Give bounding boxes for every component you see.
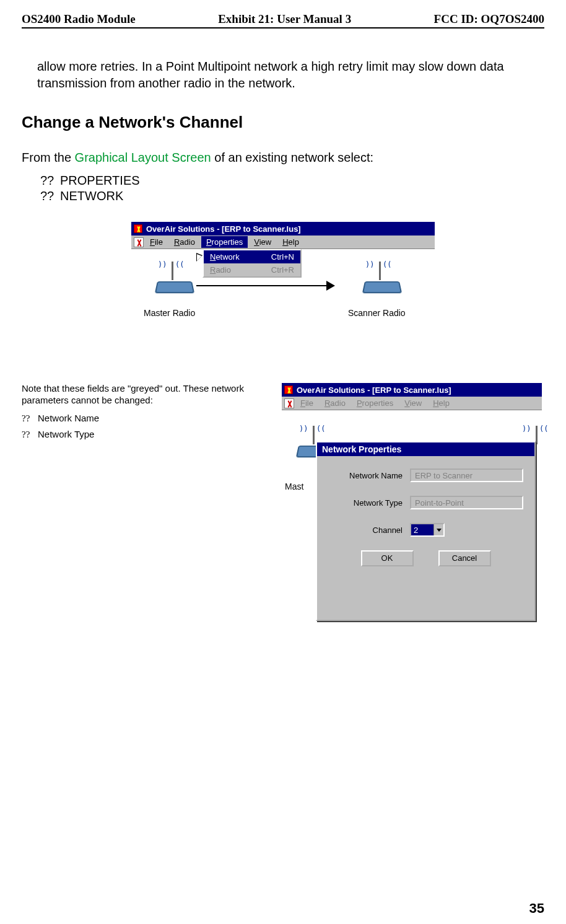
dialog-body: Network Name ERP to Scanner Network Type… <box>317 456 534 573</box>
cancel-button[interactable]: Cancel <box>438 550 491 566</box>
field-row-name: Network Name ERP to Scanner <box>328 469 523 482</box>
instruction-post: of an existing network select: <box>211 151 373 164</box>
antenna-icon <box>379 262 381 280</box>
intro-paragraph: allow more retries. In a Point Multipoin… <box>37 58 544 92</box>
channel-label: Channel <box>328 526 403 535</box>
radio-base-icon <box>155 281 194 293</box>
window-title: OverAir Solutions - [ERP to Scanner.lus] <box>297 385 451 395</box>
ok-button[interactable]: OK <box>361 550 414 566</box>
chevron-down-icon <box>437 529 442 532</box>
network-type-field: Point-to-Point <box>410 496 523 509</box>
graphical-layout-link[interactable]: Graphical Layout Screen <box>75 151 211 164</box>
header-left: OS2400 Radio Module <box>22 12 136 26</box>
dropdown-item-label: Network <box>210 252 240 262</box>
header-center: Exhibit 21: User Manual 3 <box>218 12 351 26</box>
network-name-label: Network Name <box>328 471 403 480</box>
scanner-radio-icon[interactable]: )) (( <box>360 262 404 299</box>
app-icon <box>134 224 142 233</box>
note-column: Note that these fields are "greyed" out.… <box>22 383 269 445</box>
section-heading: Change a Network's Channel <box>22 113 544 132</box>
dialog-button-row: OK Cancel <box>328 550 523 566</box>
menu-view[interactable]: View <box>249 236 276 248</box>
menu-radio[interactable]: Radio <box>169 236 200 248</box>
list-item: ??Network Name <box>22 413 269 424</box>
network-properties-dialog: Network Properties Network Name ERP to S… <box>316 441 536 621</box>
properties-dropdown: Network Ctrl+N Radio Ctrl+R <box>202 249 302 278</box>
radio-waves-icon: (( <box>316 425 325 433</box>
menu-radio: Radio <box>320 397 350 409</box>
radio-waves-icon: (( <box>383 260 391 269</box>
instruction-line: From the Graphical Layout Screen of an e… <box>22 151 544 165</box>
list-item-label: PROPERTIES <box>60 174 140 187</box>
bullet-marker: ?? <box>22 429 38 440</box>
page-header: OS2400 Radio Module Exhibit 21: User Man… <box>22 12 544 29</box>
list-item-label: NETWORK <box>60 189 123 203</box>
field-row-type: Network Type Point-to-Point <box>328 496 523 509</box>
antenna-icon <box>536 426 538 444</box>
dropdown-item-label: Radio <box>210 265 231 275</box>
note-list: ??Network Name ??Network Type <box>22 413 269 440</box>
menu-view: View <box>399 397 427 409</box>
steps-list: ??PROPERTIES ??NETWORK <box>40 174 544 203</box>
bullet-marker: ?? <box>22 413 38 424</box>
menu-bar-disabled: File Radio Properties View Help <box>282 397 542 410</box>
dropdown-button[interactable] <box>433 524 443 535</box>
menu-bar[interactable]: File Radio Properties View Help <box>131 235 435 249</box>
radio-waves-icon: )) <box>522 425 531 433</box>
radio-waves-icon: )) <box>299 425 308 433</box>
arrow-right-icon <box>326 281 335 291</box>
dialog-title: Network Properties <box>317 442 534 456</box>
radio-base-icon <box>362 281 402 293</box>
dropdown-shortcut: Ctrl+R <box>271 265 294 275</box>
antenna-icon <box>313 426 315 444</box>
app-menu-icon[interactable] <box>134 237 144 247</box>
field-row-channel: Channel 2 <box>328 523 523 537</box>
window-titlebar: OverAir Solutions - [ERP to Scanner.lus] <box>131 222 435 235</box>
menu-properties: Properties <box>352 397 398 409</box>
dropdown-shortcut: Ctrl+N <box>271 252 294 262</box>
window-title: OverAir Solutions - [ERP to Scanner.lus] <box>146 224 301 234</box>
app-menu-icon <box>284 398 294 408</box>
menu-help: Help <box>428 397 455 409</box>
app-icon <box>284 385 293 394</box>
instruction-pre: From the <box>22 151 75 164</box>
master-radio-icon[interactable]: )) (( <box>153 262 196 299</box>
list-item-label: Network Type <box>38 429 94 439</box>
menu-file: File <box>295 397 318 409</box>
radio-waves-icon: )) <box>365 260 374 269</box>
scanner-radio-label: Scanner Radio <box>348 308 406 318</box>
bullet-marker: ?? <box>40 189 60 203</box>
list-item: ??Network Type <box>22 429 269 440</box>
list-item: ??PROPERTIES <box>40 174 544 188</box>
page-number: 35 <box>529 900 544 917</box>
network-type-label: Network Type <box>328 498 403 508</box>
channel-combobox[interactable]: 2 <box>410 523 445 537</box>
connection-line <box>196 285 326 286</box>
note-text: Note that these fields are "greyed" out.… <box>22 383 269 407</box>
list-item-label: Network Name <box>38 413 99 423</box>
screenshot-1: OverAir Solutions - [ERP to Scanner.lus]… <box>22 222 544 346</box>
cursor-icon <box>196 253 202 262</box>
menu-properties[interactable]: Properties <box>201 236 248 248</box>
channel-selected-value: 2 <box>411 524 433 535</box>
note-and-screenshot: Note that these fields are "greyed" out.… <box>22 383 544 631</box>
menu-file[interactable]: File <box>145 236 168 248</box>
menu-help[interactable]: Help <box>277 236 304 248</box>
master-radio-label: Master Radio <box>144 308 195 318</box>
dropdown-item-network[interactable]: Network Ctrl+N <box>204 250 300 263</box>
radio-waves-icon: (( <box>539 425 548 433</box>
bullet-marker: ?? <box>40 174 60 188</box>
screenshot-2: OverAir Solutions - [ERP to Scanner.lus]… <box>282 383 542 631</box>
radio-waves-icon: (( <box>175 260 184 269</box>
radio-waves-icon: )) <box>158 260 167 269</box>
antenna-icon <box>172 262 173 280</box>
dropdown-item-radio: Radio Ctrl+R <box>204 263 300 276</box>
app-canvas: )) (( )) (( Mast Network Properties Netw… <box>282 410 542 631</box>
window-titlebar: OverAir Solutions - [ERP to Scanner.lus] <box>282 383 542 397</box>
network-name-field: ERP to Scanner <box>410 469 523 482</box>
header-right: FCC ID: OQ7OS2400 <box>434 12 544 26</box>
list-item: ??NETWORK <box>40 189 544 203</box>
mast-label: Mast <box>285 482 303 491</box>
